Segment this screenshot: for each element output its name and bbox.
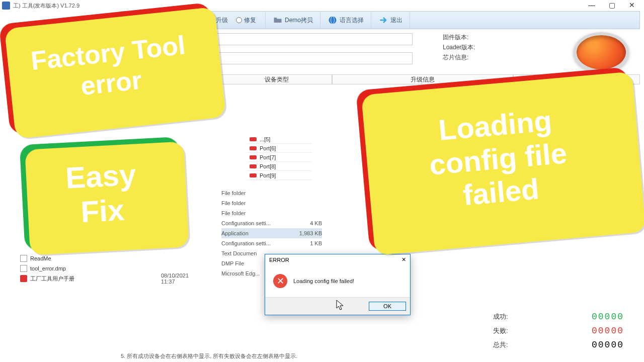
port-row[interactable]: Port[6] — [247, 144, 312, 153]
col-devtype: 设备类型 — [221, 74, 332, 84]
file-row[interactable]: File folder — [221, 208, 322, 218]
minimize-button[interactable]: — — [582, 0, 602, 10]
usb-icon — [250, 146, 257, 150]
dialog-close-button[interactable]: ✕ — [401, 256, 406, 263]
close-button[interactable]: ✕ — [622, 0, 642, 10]
loader-version-label: Loader版本: — [443, 42, 553, 52]
language-button[interactable]: 语言选择 — [320, 12, 371, 29]
explorer-pane: ReadMe tool_error.dmp 工厂工具用户手册08/10/2021… — [20, 253, 171, 284]
language-label: 语言选择 — [340, 16, 364, 25]
success-label: 成功: — [493, 312, 508, 321]
file-row[interactable]: Configuration setti...1 KB — [221, 238, 322, 248]
error-icon: ✕ — [273, 274, 287, 288]
port-list: ...[5] Port[6] Port[7] Port[8] Port[9] — [247, 135, 312, 180]
svg-point-3 — [329, 17, 337, 24]
usb-icon — [250, 155, 257, 159]
file-date: 08/10/2021 11:37 — [161, 273, 189, 285]
file-row[interactable]: Configuration setti...4 KB — [221, 218, 322, 228]
usb-icon — [250, 164, 257, 168]
port-row[interactable]: Port[9] — [247, 171, 312, 180]
total-value: 00000 — [592, 340, 624, 350]
fail-value: 00000 — [592, 326, 624, 336]
callout-factory-tool-error: Factory Toolerror — [0, 3, 220, 135]
exit-button[interactable]: 退出 — [371, 12, 410, 29]
file-icon — [20, 265, 27, 272]
explorer-item[interactable]: 工厂工具用户手册08/10/2021 11:37 — [20, 274, 171, 284]
file-row[interactable]: File folder — [221, 188, 322, 198]
file-row[interactable]: File folder — [221, 198, 322, 208]
explorer-item[interactable]: tool_error.dmp — [20, 263, 171, 274]
port-row[interactable]: Port[7] — [247, 153, 312, 162]
usb-icon — [250, 137, 257, 141]
info-panel: 固件版本: Loader版本: 芯片信息: — [443, 32, 553, 62]
big-action-button[interactable] — [574, 32, 629, 72]
demo-label: Demo拷贝 — [285, 16, 313, 25]
file-icon — [20, 255, 27, 262]
total-label: 总共: — [493, 340, 508, 349]
folder-icon — [273, 15, 283, 25]
arrow-right-icon — [378, 15, 388, 25]
window-title: 工) 工具(发布版本) V1.72.9 — [13, 2, 79, 10]
success-value: 00000 — [592, 312, 624, 322]
usb-icon — [250, 173, 257, 177]
port-row[interactable]: Port[8] — [247, 162, 312, 171]
repair-radio[interactable]: 修复 — [236, 16, 256, 25]
chip-info-label: 芯片信息: — [443, 52, 553, 62]
fw-version-label: 固件版本: — [443, 32, 553, 42]
dialog-title: ERROR — [269, 257, 289, 263]
fail-label: 失败: — [493, 326, 508, 335]
globe-icon — [328, 15, 338, 25]
titlebar: 工) 工具(发布版本) V1.72.9 — ▢ ✕ — [0, 0, 644, 11]
callout-loading-config-failed: Loadingconfig filefailed — [356, 67, 640, 251]
file-row-selected[interactable]: Application1,983 KB — [221, 228, 322, 238]
callout-easy-fix: EasyFix — [20, 137, 184, 250]
explorer-item[interactable]: ReadMe — [20, 253, 171, 263]
counter-panel: 成功:00000 失败:00000 总共:00000 — [493, 310, 624, 352]
dialog-message: Loading config file failed! — [293, 278, 354, 284]
ok-button[interactable]: OK — [369, 302, 406, 311]
error-dialog: ERROR ✕ ✕ Loading config file failed! OK — [265, 254, 411, 315]
pdf-icon — [20, 275, 27, 282]
port-row[interactable]: ...[5] — [247, 135, 312, 144]
exit-label: 退出 — [390, 16, 403, 25]
app-icon — [2, 2, 10, 10]
maximize-button[interactable]: ▢ — [602, 0, 622, 10]
demo-button[interactable]: Demo拷贝 — [266, 12, 320, 29]
instruction-line: 5. 所有成功设备会在右侧表格中显示, 所有失败设备会在左侧表格中显示. — [121, 352, 297, 360]
